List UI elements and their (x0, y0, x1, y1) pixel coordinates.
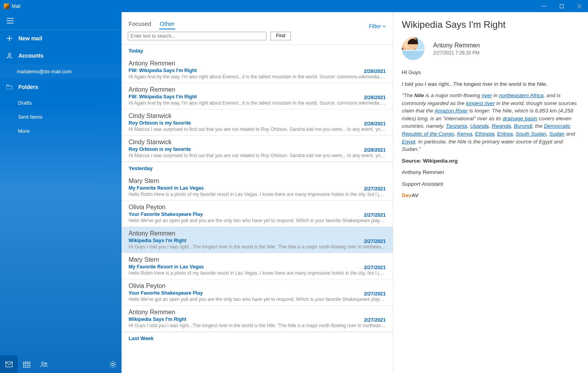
accounts-header[interactable]: Accounts (0, 47, 122, 64)
close-button[interactable] (570, 0, 588, 12)
account-email: maildemo@dx-mail.com (17, 69, 72, 74)
svg-line-23 (110, 362, 111, 362)
plus-icon (6, 35, 13, 42)
svg-point-16 (42, 362, 44, 364)
mail-subject: Your Favorite Shakespeare Play (129, 212, 386, 217)
mail-subject: FW: Wikipedia Says I'm Right (129, 94, 386, 100)
folder-more[interactable]: More (0, 124, 122, 138)
svg-rect-1 (560, 4, 563, 8)
avatar (402, 37, 425, 60)
window-controls (535, 0, 588, 12)
link-ne-africa[interactable]: northeastern Africa (499, 92, 544, 98)
message-sent-time: 2/27/2021 7:26:20 PM (433, 50, 480, 56)
mail-item[interactable]: Antony RemmenFW: Wikipedia Says I'm Righ… (122, 57, 393, 83)
hamburger-icon (7, 18, 14, 24)
settings-button[interactable] (104, 355, 122, 373)
mail-preview: Hi Again And by the way, I'm also right … (129, 74, 386, 80)
mail-item[interactable]: Mary SternMy Favorite Resort in Las Vega… (122, 253, 393, 279)
mail-sender: Olivia Peyton (129, 282, 386, 290)
mail-preview: HI Guys I told you I was right...The lon… (129, 323, 386, 328)
tab-focused[interactable]: Focused (128, 19, 152, 29)
folders-label: Folders (18, 84, 38, 90)
message-list-scroll[interactable]: TodayAntony RemmenFW: Wikipedia Says I'm… (122, 44, 393, 373)
mail-preview: Hi Again And by the way, I'm also right … (129, 100, 386, 106)
search-input[interactable] (128, 32, 267, 40)
mail-subject: Roy Orbison is my favorite (129, 120, 386, 126)
filter-dropdown[interactable]: Filter (369, 23, 387, 29)
link-longest-river[interactable]: longest river (466, 100, 495, 106)
link-ethiopia[interactable]: Ethiopia (475, 131, 494, 137)
folder-icon (6, 83, 13, 91)
mail-sender: Antony Remmen (129, 309, 386, 316)
chevron-down-icon (383, 25, 386, 27)
link-amazon[interactable]: Amazon River (435, 108, 468, 114)
link-south-sudan[interactable]: South Sudan (516, 131, 546, 137)
mail-icon (5, 362, 13, 367)
signature-role: Support Assistant (402, 180, 579, 188)
link-drainage[interactable]: drainage basin (503, 116, 537, 121)
mail-item[interactable]: Antony RemmenFW: Wikipedia Says I'm Righ… (122, 83, 393, 109)
calendar-icon (23, 361, 30, 368)
message-list-panel: Focused Other Filter Find TodayAntony Re… (122, 12, 393, 373)
link-river[interactable]: river (482, 92, 492, 98)
message-body-line: I told you I was right...The longest riv… (402, 80, 579, 88)
app-body: New mail Accounts maildemo@dx-mail.com F… (0, 12, 588, 373)
people-nav-button[interactable] (35, 355, 53, 373)
mail-preview: Hello Robin Here is a photo of my favori… (129, 270, 386, 276)
group-header-yesterday: Yesterday (122, 162, 393, 174)
account-item-active[interactable]: maildemo@dx-mail.com (0, 64, 122, 78)
mail-preview: Hi Marcus I was surprised to find out th… (129, 127, 386, 132)
mail-date: 2/27/2021 (364, 317, 386, 323)
title-bar: Mail (0, 0, 588, 12)
link-uganda[interactable]: Uganda (470, 123, 488, 129)
mail-sender: Cindy Stanwick (129, 112, 386, 120)
tab-other[interactable]: Other (159, 19, 176, 29)
mail-preview: Hello We've got an open poll and you are… (129, 218, 386, 223)
svg-point-17 (45, 362, 47, 364)
list-header: Focused Other Filter Find (122, 12, 393, 44)
maximize-button[interactable] (553, 0, 570, 12)
link-sudan[interactable]: Sudan (549, 131, 564, 137)
mail-date: 2/27/2021 (364, 212, 386, 218)
link-kenya[interactable]: Kenya (457, 131, 472, 137)
svg-point-9 (8, 53, 11, 56)
new-mail-label: New mail (18, 35, 42, 42)
message-source: Source: Wikipedia.org (402, 157, 579, 165)
mail-item[interactable]: Antony RemmenWikipedia Says I'm Right2/2… (122, 227, 393, 253)
signature-name: Anthony Remmen (402, 168, 579, 176)
mail-item[interactable]: Olivia PeytonYour Favorite Shakespeare P… (122, 279, 393, 306)
mail-date: 2/28/2021 (364, 95, 386, 100)
mail-preview: Hello We've got an open poll and you are… (129, 297, 386, 302)
mail-item[interactable]: Antony RemmenWikipedia Says I'm Right2/2… (122, 306, 393, 332)
inbox-tabs: Focused Other (128, 19, 182, 29)
minimize-button[interactable] (535, 0, 553, 12)
person-icon (6, 52, 13, 59)
mail-sender: Mary Stern (129, 256, 386, 263)
link-egypt[interactable]: Egypt (402, 139, 416, 145)
mail-item[interactable]: Mary SternMy Favorite Resort in Las Vega… (122, 174, 393, 201)
link-tanzania[interactable]: Tanzania (446, 123, 467, 129)
folder-drafts[interactable]: Drafts (0, 96, 122, 110)
new-mail-button[interactable]: New mail (0, 30, 122, 47)
mail-subject: Wikipedia Says I'm Right (129, 317, 386, 322)
mail-sender: Mary Stern (129, 177, 386, 185)
calendar-nav-button[interactable] (18, 355, 35, 373)
mail-subject: Wikipedia Says I'm Right (129, 238, 386, 243)
mail-item[interactable]: Olivia PeytonYour Favorite Shakespeare P… (122, 201, 393, 227)
mail-nav-button[interactable] (0, 355, 18, 373)
link-rwanda[interactable]: Rwanda (492, 123, 511, 129)
link-burundi[interactable]: Burundi (514, 123, 532, 129)
mail-date: 2/28/2021 (364, 147, 386, 153)
svg-rect-11 (23, 362, 30, 368)
link-eritrea[interactable]: Eritrea (497, 131, 513, 137)
folders-header[interactable]: Folders (0, 78, 122, 96)
mail-preview: Hi Marcus I was surprised to find out th… (129, 153, 386, 158)
mail-item[interactable]: Cindy StanwickRoy Orbison is my favorite… (122, 109, 393, 136)
find-button[interactable]: Find (270, 32, 291, 40)
sidebar-bottom-bar (0, 355, 122, 373)
svg-point-18 (112, 363, 114, 366)
hamburger-button[interactable] (0, 12, 122, 30)
folder-sent-items[interactable]: Sent Items (0, 110, 122, 124)
mail-item[interactable]: Cindy StanwickRoy Orbison is my favorite… (122, 136, 393, 162)
mail-sender: Olivia Peyton (129, 204, 386, 211)
